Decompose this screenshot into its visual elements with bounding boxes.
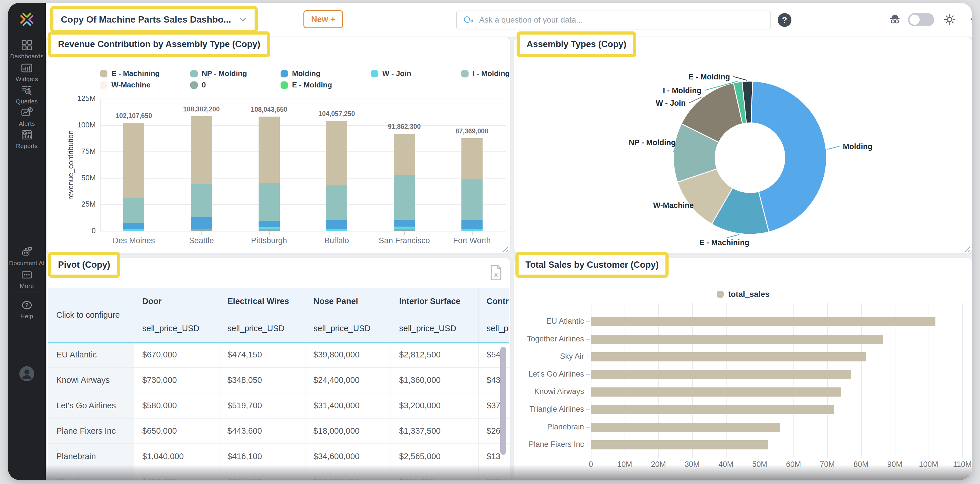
dashboard-selector[interactable]: Copy Of Machine Parts Sales Dashbo... (53, 9, 255, 30)
bar-segment[interactable] (259, 229, 280, 231)
legend-item[interactable]: W - Join (371, 69, 411, 78)
pivot-cell: $24,400,000 (305, 368, 391, 393)
bar-segment[interactable] (461, 138, 482, 179)
bar-segment[interactable] (123, 229, 144, 231)
hbar-let-s-go-airlines[interactable] (591, 370, 851, 379)
x-axis-tick-mark (404, 231, 405, 235)
new-button[interactable]: New + (304, 10, 343, 28)
stacked-bar[interactable] (461, 138, 482, 231)
settings-gear-icon[interactable] (943, 13, 956, 26)
presentation-toggle[interactable] (908, 13, 934, 26)
filter-icon[interactable] (968, 13, 972, 26)
legend-label: W - Join (382, 69, 411, 78)
hbar-sky-air[interactable] (591, 352, 866, 361)
pivot-configure-cell[interactable]: Click to configure (48, 288, 134, 342)
bar-segment[interactable] (191, 184, 212, 217)
pivot-cell: $348,050 (220, 368, 305, 393)
hbar-knowi-airways[interactable] (591, 387, 841, 396)
hbar-triangle-airlines[interactable] (591, 405, 834, 414)
bar-segment[interactable] (326, 185, 347, 220)
bar-segment[interactable] (394, 220, 415, 226)
bar-segment[interactable] (461, 179, 482, 220)
bar-segment[interactable] (394, 175, 415, 220)
bar-segment[interactable] (394, 134, 415, 175)
bar-segment[interactable] (123, 223, 144, 229)
legend-item[interactable]: W-Machine (100, 81, 151, 89)
bar-segment[interactable] (461, 220, 482, 229)
bar-segment[interactable] (123, 198, 144, 223)
pivot-vertical-scrollbar[interactable] (500, 347, 506, 455)
bar-segment[interactable] (123, 123, 144, 198)
bar-segment[interactable] (326, 229, 347, 231)
pivot-column-header[interactable]: Interior Surface (391, 288, 479, 315)
bar-segment[interactable] (461, 229, 482, 231)
sidebar-item-widgets[interactable]: Widgets (8, 62, 46, 83)
pivot-column-header[interactable]: Contro (479, 288, 509, 315)
dashboards-icon (8, 39, 46, 51)
y-axis-tick: 125M (56, 94, 96, 103)
bar-segment[interactable] (259, 116, 280, 183)
legend-item[interactable]: NP - Molding (190, 69, 247, 78)
export-excel-icon[interactable]: X (490, 264, 502, 280)
legend-item[interactable]: E - Machining (100, 69, 160, 78)
stacked-bar[interactable] (326, 121, 347, 231)
sidebar-item-more[interactable]: More (8, 269, 46, 290)
pivot-row-header: Let's Go Airlines (48, 393, 134, 419)
pivot-column-header[interactable]: Door (134, 288, 220, 315)
gridline (100, 178, 506, 178)
stacked-bar[interactable] (191, 116, 212, 231)
donut-slice-label: Molding (843, 142, 872, 151)
sidebar-item-document-ai[interactable]: Document AI (8, 246, 46, 267)
legend-item[interactable]: I - Molding (461, 69, 510, 78)
sidebar-item-dashboards[interactable]: Dashboards (8, 39, 46, 60)
total-sales-widget-title: Total Sales by Customer (Copy) (515, 252, 668, 278)
revenue-widget-title: Revenue Contribution by Assembly Type (C… (48, 32, 270, 57)
hbar-planebrain[interactable] (591, 423, 780, 432)
donut-slice-label: E - Molding (689, 73, 730, 81)
legend-item[interactable]: 0 (190, 81, 206, 89)
sidebar-item-alerts[interactable]: Alerts (8, 106, 46, 127)
pivot-column-header[interactable]: Nose Panel (305, 288, 391, 315)
bar-segment[interactable] (259, 221, 280, 227)
bar-segment[interactable] (259, 183, 280, 221)
sidebar-item-help[interactable]: ? Help (8, 299, 46, 320)
pivot-cell: $18,000,000 (305, 419, 391, 444)
bar-segment[interactable] (326, 121, 347, 185)
stacked-bar[interactable] (394, 134, 415, 231)
legend-swatch (717, 291, 724, 298)
sidebar-item-queries[interactable]: Queries (8, 84, 46, 105)
bar-segment[interactable] (326, 220, 347, 229)
hbar-eu-atlantic[interactable] (591, 317, 935, 326)
hbar-plane-fixers-inc[interactable] (591, 440, 768, 449)
toggle-knob (909, 14, 920, 25)
hbar-together-airlines[interactable] (591, 335, 883, 344)
voice-search-icon (463, 14, 474, 26)
knowi-logo-icon[interactable] (18, 10, 36, 29)
legend-item[interactable]: Molding (281, 69, 321, 78)
bar-segment[interactable] (259, 227, 280, 229)
user-avatar[interactable] (18, 365, 35, 382)
category-tick (586, 374, 590, 375)
pivot-cell: $1,040,000 (134, 444, 220, 470)
resize-handle[interactable] (501, 245, 508, 252)
legend-item[interactable]: E - Molding (281, 81, 332, 89)
search-input[interactable] (479, 15, 764, 25)
help-button[interactable]: ? (778, 13, 791, 27)
help-icon: ? (8, 299, 46, 311)
stacked-bar[interactable] (123, 123, 144, 231)
stacked-bar[interactable] (259, 116, 280, 231)
total-sales-legend[interactable]: total_sales (514, 290, 972, 299)
assembly-widget-title: Assembly Types (Copy) (517, 32, 636, 57)
queries-icon (8, 84, 46, 97)
bar-segment[interactable] (191, 229, 212, 231)
label-leader-line (733, 76, 747, 80)
bar-segment[interactable] (191, 116, 212, 184)
pivot-column-header[interactable]: Electrical Wires (220, 288, 305, 315)
pivot-cell: $50 (479, 470, 509, 480)
bar-segment[interactable] (394, 226, 415, 229)
bar-segment[interactable] (394, 229, 415, 231)
incognito-icon[interactable] (888, 13, 902, 26)
pivot-widget: X Click to configureDoorElectrical Wires… (47, 258, 510, 480)
bar-segment[interactable] (191, 217, 212, 229)
sidebar-item-reports[interactable]: Reports (8, 129, 46, 150)
